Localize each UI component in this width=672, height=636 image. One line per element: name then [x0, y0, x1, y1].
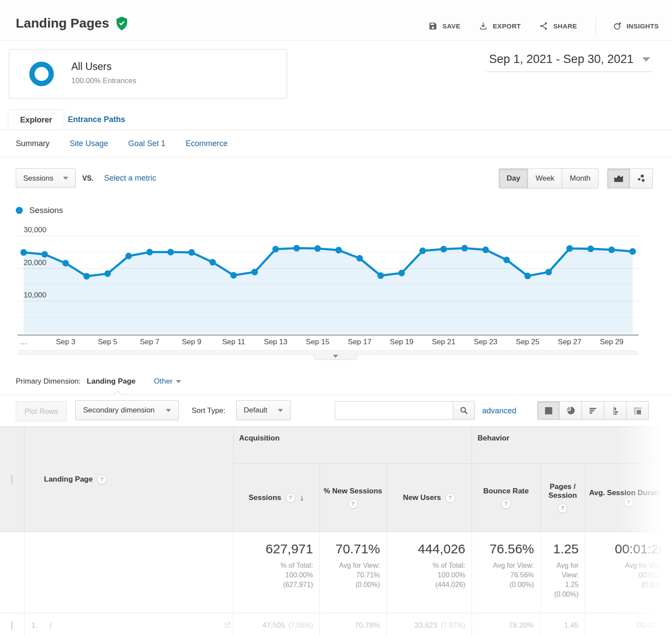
annotations-expander[interactable] [314, 353, 357, 360]
new-sessions-column-header[interactable]: % New Sessions ? [319, 464, 386, 532]
subtab-site-usage[interactable]: Site Usage [70, 139, 108, 148]
svg-text:20,000: 20,000 [24, 259, 46, 267]
help-icon[interactable]: ? [286, 493, 295, 503]
chevron-down-icon [63, 177, 68, 180]
help-icon[interactable]: ? [97, 475, 107, 484]
scatter-bubbles-icon [636, 173, 647, 184]
x-axis-tick-label: Sep 11 [222, 338, 245, 346]
granularity-month-button[interactable]: Month [562, 168, 598, 189]
sessions-column-header[interactable]: Sessions ? ↓ [233, 464, 319, 532]
dimension-landing-page[interactable]: Landing Page [87, 377, 135, 386]
primary-dimension-bar: Primary Dimension: Landing Page Other [16, 377, 181, 386]
tab-explorer[interactable]: Explorer [8, 109, 64, 129]
help-icon[interactable]: ? [558, 503, 567, 513]
save-button[interactable]: SAVE [428, 21, 460, 31]
line-chart-view-button[interactable] [607, 168, 630, 189]
view-percentage-button[interactable] [560, 401, 582, 420]
chevron-down-icon [166, 409, 171, 412]
landing-page-column-header[interactable]: Landing Page ? [24, 427, 233, 532]
line-chart-icon [613, 173, 624, 184]
sort-type-dropdown[interactable]: Default [236, 400, 290, 420]
chevron-down-icon [642, 57, 650, 62]
view-performance-button[interactable] [582, 401, 604, 420]
export-button[interactable]: EXPORT [479, 21, 521, 31]
sessions-total: 627,971 % of Total: 100.00% (627,971) [233, 532, 319, 613]
row-index: 1. [32, 621, 38, 630]
share-button[interactable]: SHARE [539, 21, 577, 31]
subtab-ecommerce[interactable]: Ecommerce [186, 139, 228, 148]
secondary-dimension-dropdown[interactable]: Secondary dimension [75, 400, 179, 420]
pivot-table-icon [633, 406, 642, 416]
sessions-timeseries-chart[interactable]: 10,00020,00030,000 [18, 223, 639, 336]
pie-chart-icon [566, 406, 575, 416]
new-users-column-header[interactable]: New Users ? [386, 464, 472, 532]
x-axis-tick-label: Sep 13 [264, 338, 287, 346]
insights-button[interactable]: INSIGHTS [612, 21, 659, 31]
landing-page-link[interactable]: / [50, 621, 52, 630]
new-users-total: 444,026 % of Total: 100.00% (444,026) [386, 532, 472, 613]
segment-card-all-users[interactable]: All Users 100.00% Entrances [9, 49, 287, 99]
search-icon [459, 406, 469, 415]
select-a-metric-link[interactable]: Select a metric [104, 174, 156, 183]
avg-session-duration-column-header[interactable]: Avg. Session Duration ? [585, 464, 672, 532]
open-in-new-icon[interactable] [223, 621, 231, 629]
date-range-text: Sep 1, 2021 - Sep 30, 2021 [489, 52, 634, 66]
help-icon[interactable]: ? [348, 499, 358, 509]
date-range-selector[interactable]: Sep 1, 2021 - Sep 30, 2021 [486, 51, 653, 72]
table-row[interactable]: 1. / 47,505(7.56%) 70.78% 33,623(7.57%) … [0, 613, 672, 636]
x-axis-tick-label: Sep 9 [182, 338, 201, 346]
view-table-button[interactable] [537, 401, 560, 420]
advanced-search-link[interactable]: advanced [482, 406, 516, 416]
help-icon[interactable]: ? [501, 499, 511, 509]
vs-label: VS. [82, 175, 94, 182]
actions-divider [595, 17, 596, 34]
motion-chart-view-button[interactable] [630, 168, 653, 189]
segment-detail: 100.00% Entrances [71, 77, 136, 85]
x-axis-tick-label: Sep 21 [432, 338, 455, 346]
tab-entrance-paths[interactable]: Entrance Paths [68, 109, 125, 129]
header-actions: SAVE EXPORT SHARE INSIGHTS [410, 17, 659, 34]
metric-dropdown[interactable]: Sessions [16, 168, 76, 188]
sessions-chart-svg: 10,00020,00030,000 [18, 223, 639, 336]
page-title-text: Landing Pages [16, 16, 109, 31]
subnav-divider [0, 157, 672, 157]
verified-shield-icon [116, 17, 128, 30]
select-all-checkbox[interactable] [11, 475, 12, 484]
help-icon[interactable]: ? [445, 493, 455, 503]
view-comparison-button[interactable] [604, 401, 626, 420]
search-input[interactable] [335, 401, 453, 420]
new-users-cell: 33,623(7.57%) [386, 613, 472, 636]
group-header-row: Landing Page ? Acquisition Behavior [0, 427, 672, 464]
granularity-week-button[interactable]: Week [528, 168, 562, 189]
x-axis-tick-label: … [20, 338, 28, 346]
granularity-day-button[interactable]: Day [499, 168, 528, 189]
help-icon[interactable]: ? [624, 497, 634, 507]
search-button[interactable] [453, 401, 475, 420]
x-axis-tick-label: Sep 19 [390, 338, 413, 346]
dimension-other-dropdown[interactable]: Other [154, 377, 182, 386]
behavior-group-header: Behavior [472, 427, 672, 464]
table-toolbar: Plot Rows Secondary dimension Sort Type:… [0, 395, 672, 426]
chevron-down-icon [278, 409, 283, 412]
x-axis-tick-label: Sep 29 [600, 338, 623, 346]
ga-landing-pages-report: Landing Pages SAVE EXPORT SHARE INSIGHTS [0, 0, 672, 636]
chevron-down-icon [333, 355, 338, 358]
primary-dimension-label: Primary Dimension: [16, 377, 80, 386]
chart-legend: Sessions [16, 206, 63, 215]
page-title: Landing Pages [16, 16, 128, 31]
row-checkbox[interactable] [11, 621, 12, 630]
chevron-down-icon [176, 380, 181, 383]
report-header: Landing Pages SAVE EXPORT SHARE INSIGHTS [0, 0, 672, 41]
landing-pages-table: Landing Page ? Acquisition Behavior Sess… [0, 426, 672, 636]
avg-duration-total: 00:01:20 Avg for View: 00:01:20 (0.00%) [585, 532, 672, 613]
view-pivot-button[interactable] [626, 401, 649, 420]
bounce-rate-column-header[interactable]: Bounce Rate ? [472, 464, 540, 532]
x-axis-tick-label: Sep 5 [98, 338, 117, 346]
pages-session-total: 1.25 Avg for View: 1.25 (0.00%) [540, 532, 585, 613]
subtab-summary[interactable]: Summary [16, 139, 49, 148]
plot-rows-button[interactable]: Plot Rows [16, 401, 67, 422]
subtab-goal-set-1[interactable]: Goal Set 1 [128, 139, 165, 148]
pages-session-column-header[interactable]: Pages / Session ? [540, 464, 585, 532]
svg-text:10,000: 10,000 [24, 291, 46, 299]
x-axis-tick-label: Sep 23 [474, 338, 497, 346]
